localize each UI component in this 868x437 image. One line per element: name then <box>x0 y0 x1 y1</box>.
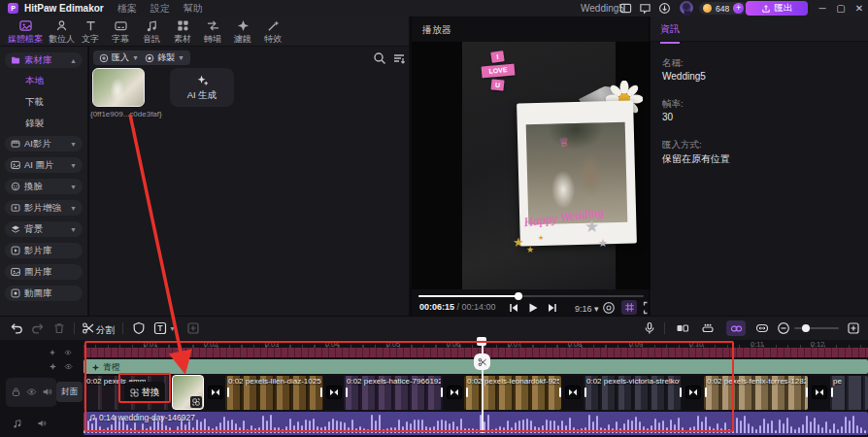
sidebar-item-ai-image[interactable]: AI 圖片▼ <box>5 157 83 173</box>
transition-clip[interactable] <box>812 386 827 399</box>
replace-icon <box>130 388 139 397</box>
grid-overlay-toggle[interactable] <box>621 300 637 315</box>
audio-track[interactable]: 0:14wedding-day-146927 <box>83 412 868 435</box>
aspect-ratio-selector[interactable]: 9:16 ▾ <box>575 304 599 314</box>
playhead-handle[interactable] <box>477 337 486 346</box>
tab-digital-human[interactable]: 數位人 <box>49 19 75 46</box>
cover-button[interactable]: 封面 <box>56 382 83 402</box>
video-viewport[interactable]: I LOVE U ♕ Happy Wedding ★ ★ ★ ★ ★ <box>412 42 651 289</box>
ai-generate-button[interactable]: AI 生成 <box>170 68 234 107</box>
previous-frame-button[interactable] <box>507 301 520 315</box>
sort-icon[interactable] <box>392 51 406 65</box>
add-coins-button[interactable]: + <box>733 3 744 14</box>
undo-icon[interactable] <box>10 321 23 335</box>
menu-help[interactable]: 幫助 <box>184 2 203 16</box>
tab-effects[interactable]: 特效 <box>264 19 282 46</box>
split-cursor-badge[interactable] <box>474 353 490 370</box>
split-label[interactable]: 分割 <box>96 324 115 337</box>
video-track-lock-icon[interactable] <box>11 387 21 397</box>
silver-star-sticker: ★ <box>584 218 599 235</box>
next-frame-button[interactable] <box>546 301 559 315</box>
feedback-icon[interactable] <box>639 2 651 15</box>
zoom-in-icon[interactable] <box>847 321 860 335</box>
sidebar-item-image-library[interactable]: 圖片庫 <box>5 264 83 280</box>
shield-icon[interactable] <box>132 321 146 335</box>
tab-transitions[interactable]: 轉場 <box>204 19 221 46</box>
effect-track-visibility-icon[interactable] <box>64 362 73 371</box>
transition-clip[interactable] <box>685 386 701 399</box>
tab-text[interactable]: 文字 <box>82 19 99 46</box>
link-clips-toggle[interactable] <box>726 320 746 336</box>
tab-filters[interactable]: 濾鏡 <box>234 19 251 46</box>
timeline-zoom-slider[interactable] <box>794 327 839 329</box>
sidebar-item-video-library[interactable]: 影片庫 <box>5 243 83 258</box>
download-center-icon[interactable] <box>658 2 671 15</box>
close-button[interactable]: ✕ <box>851 0 868 17</box>
effect-sparkle-icon <box>91 363 100 372</box>
transition-clip[interactable] <box>208 386 223 399</box>
sidebar-item-background[interactable]: 背景▼ <box>5 221 83 237</box>
tab-assets[interactable]: 素材 <box>174 19 191 46</box>
voiceover-mic-icon[interactable] <box>643 321 656 335</box>
video-track-mute-icon[interactable] <box>42 387 52 397</box>
transition-clip[interactable] <box>565 386 581 399</box>
text-tool-icon[interactable] <box>153 321 167 335</box>
zoom-out-icon[interactable] <box>777 321 790 335</box>
split-icon[interactable] <box>82 321 95 335</box>
menu-file[interactable]: 檔案 <box>117 2 137 16</box>
dragged-clip-thumbnail[interactable] <box>172 375 204 410</box>
video-clip[interactable]: pe <box>830 376 868 410</box>
sidebar-item-face-swap[interactable]: 換臉▼ <box>5 179 83 194</box>
video-frame: I LOVE U ♕ Happy Wedding ★ ★ ★ ★ ★ <box>462 42 616 289</box>
add-marker-icon[interactable] <box>186 321 200 335</box>
export-button[interactable]: 匯出 <box>746 1 808 16</box>
sidebar-item-gif-library[interactable]: 動圖庫 <box>5 286 83 301</box>
coin-balance[interactable]: 648 + <box>699 2 748 15</box>
sidebar-item-record[interactable]: 錄製 <box>25 118 44 130</box>
tab-audio[interactable]: 音訊 <box>143 19 160 46</box>
video-clip[interactable]: 0:02 pexels-victoria-strelkova_ph-1 <box>584 376 682 410</box>
minimize-button[interactable]: ─ <box>814 0 831 17</box>
sidebar-item-local[interactable]: 本地 <box>25 75 44 87</box>
video-clip[interactable]: 0:02 pexels-lilen-diaz-10254748 <box>225 376 323 410</box>
search-icon[interactable] <box>373 51 386 65</box>
import-button[interactable]: 匯入▼ <box>93 50 145 65</box>
sidebar-item-ai-video[interactable]: AI影片▼ <box>5 136 83 151</box>
video-clip[interactable]: 0:02 pexels-leonardokf-925038 <box>464 376 561 410</box>
timeline-ruler[interactable]: 0:01 0:02 0:03 0:04 0:05 0:06 0:07 0:08 … <box>83 340 868 348</box>
tab-info[interactable]: 資訊 <box>660 22 680 44</box>
fit-timeline-icon[interactable] <box>755 321 769 335</box>
redo-icon[interactable] <box>31 321 45 335</box>
transition-clip[interactable] <box>326 386 342 399</box>
record-button[interactable]: 錄製▼ <box>139 50 190 65</box>
text-tool-caret[interactable]: ▼ <box>169 325 176 332</box>
menu-settings[interactable]: 設定 <box>150 2 170 16</box>
filter-track-visibility-icon[interactable] <box>64 349 72 356</box>
video-clip[interactable]: 0:02 pexels-fenix-torres-128204 <box>704 376 808 410</box>
tab-media-files[interactable]: 媒體檔案 <box>8 19 43 46</box>
tab-subtitles[interactable]: 字幕 <box>112 19 129 46</box>
avatar[interactable] <box>680 1 693 15</box>
sidebar-item-material-library[interactable]: 素材庫▲ <box>5 52 83 68</box>
snapshot-icon[interactable] <box>602 301 616 315</box>
media-item-thumbnail[interactable] <box>92 68 145 107</box>
audio-track-mute-icon[interactable] <box>37 419 47 428</box>
progress-handle[interactable] <box>515 292 522 300</box>
layout-panels-icon[interactable] <box>619 2 632 15</box>
video-track-visibility-icon[interactable] <box>26 387 37 397</box>
preview-axis-icon[interactable] <box>676 321 689 335</box>
video-clip[interactable]: 0:02 pexels-hatice-7966192 <box>344 376 443 410</box>
zoom-slider-handle[interactable] <box>802 324 810 332</box>
sidebar-item-download[interactable]: 下載 <box>25 96 44 109</box>
snap-magnet-icon[interactable] <box>701 321 715 335</box>
sidebar-item-video-enhance[interactable]: 影片增強▼ <box>5 200 83 216</box>
delete-icon[interactable] <box>52 321 66 335</box>
info-import-method-value: 保留在原有位置 <box>662 152 730 166</box>
replace-button[interactable]: 替換 <box>124 382 165 403</box>
transition-clip[interactable] <box>447 386 462 399</box>
time-display: 00:06:15 / 00:14:00 <box>419 302 496 312</box>
maximize-button[interactable]: ▢ <box>832 0 850 17</box>
audio-clip-label: 0:14wedding-day-146927 <box>88 413 195 422</box>
play-button[interactable] <box>526 301 540 315</box>
playback-progress-bar[interactable] <box>418 295 644 297</box>
